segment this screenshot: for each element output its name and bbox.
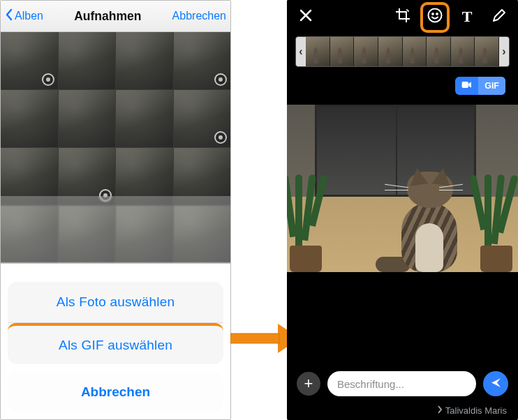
timeline-frame: [354, 37, 378, 66]
chevron-left-icon: [5, 8, 13, 24]
recipient-row[interactable]: Talivaldis Maris: [437, 405, 507, 416]
select-as-gif-button[interactable]: Als GIF auswählen: [8, 323, 223, 364]
photo-thumbnail[interactable]: [116, 90, 173, 147]
video-camera-icon: [461, 81, 472, 91]
selection-indicator-icon: [214, 131, 227, 144]
preview-scene: [287, 105, 518, 272]
timeline-frame: [330, 37, 355, 66]
svg-rect-0: [230, 333, 279, 343]
photo-thumbnail[interactable]: [1, 90, 58, 147]
trim-handle-left[interactable]: ‹: [296, 37, 306, 66]
send-button[interactable]: [483, 371, 508, 396]
action-sheet-cancel-button[interactable]: Abbrechen: [8, 371, 223, 412]
emoji-sticker-button[interactable]: [424, 6, 445, 27]
select-as-photo-button[interactable]: Als Foto auswählen: [8, 282, 223, 323]
plus-icon: +: [304, 376, 313, 391]
gif-editor-panel: T ‹: [287, 0, 518, 420]
timeline-frame: [306, 37, 330, 66]
timeline-frame: [475, 37, 499, 66]
picker-header: Alben Aufnahmen Abbrechen: [1, 1, 230, 32]
close-button[interactable]: [295, 6, 316, 27]
photo-picker-panel: Alben Aufnahmen Abbrechen: [0, 0, 231, 420]
video-trim-timeline[interactable]: ‹ ›: [295, 36, 510, 67]
crop-rotate-icon: [394, 7, 411, 27]
editor-header: T: [287, 0, 518, 33]
compose-bar: + Beschriftung...: [287, 367, 518, 400]
picker-cancel-button[interactable]: Abbrechen: [172, 10, 226, 22]
pencil-icon: [491, 7, 508, 27]
selection-indicator-icon: [214, 73, 227, 86]
photo-thumbnail[interactable]: [59, 32, 116, 89]
add-media-button[interactable]: +: [297, 372, 320, 396]
send-icon: [490, 377, 502, 391]
svg-rect-6: [462, 82, 468, 88]
media-preview[interactable]: [287, 105, 518, 272]
chevron-left-icon: ‹: [299, 45, 302, 58]
selection-indicator-icon: [42, 73, 54, 86]
photo-thumbnail[interactable]: [59, 90, 116, 147]
photo-thumbnail[interactable]: [174, 90, 231, 147]
video-gif-toggle[interactable]: GIF: [455, 77, 505, 95]
crop-rotate-button[interactable]: [392, 6, 413, 27]
editor-tool-group: T: [392, 6, 510, 27]
toggle-video-option[interactable]: [455, 77, 478, 95]
caption-placeholder: Beschriftung...: [337, 378, 404, 390]
photo-thumbnail[interactable]: [116, 32, 173, 89]
timeline-frame: [378, 37, 403, 66]
caption-input[interactable]: Beschriftung...: [327, 371, 476, 396]
trim-handle-right[interactable]: ›: [499, 37, 509, 66]
toggle-gif-option[interactable]: GIF: [478, 77, 505, 95]
photo-thumbnail[interactable]: [1, 32, 58, 89]
tutorial-highlight: [420, 2, 450, 33]
svg-rect-2: [230, 333, 279, 343]
text-icon: T: [462, 8, 473, 26]
picker-title: Aufnahmen: [74, 9, 141, 24]
back-button[interactable]: Alben: [5, 8, 43, 24]
timeline-frame: [427, 37, 451, 66]
timeline-frames[interactable]: [306, 37, 499, 66]
timeline-frame: [403, 37, 427, 66]
action-sheet-group: Als Foto auswählen Als GIF auswählen: [8, 282, 223, 364]
recipient-name: Talivaldis Maris: [445, 405, 507, 416]
photo-thumbnail[interactable]: [174, 32, 231, 89]
text-tool-button[interactable]: T: [457, 6, 478, 27]
chevron-right-icon: ›: [502, 45, 505, 58]
close-icon: [297, 7, 314, 27]
draw-tool-button[interactable]: [489, 6, 510, 27]
chevron-right-icon: [437, 405, 443, 416]
back-label: Alben: [15, 10, 43, 22]
action-sheet: Als Foto auswählen Als GIF auswählen Abb…: [8, 282, 223, 412]
timeline-frame: [451, 37, 475, 66]
